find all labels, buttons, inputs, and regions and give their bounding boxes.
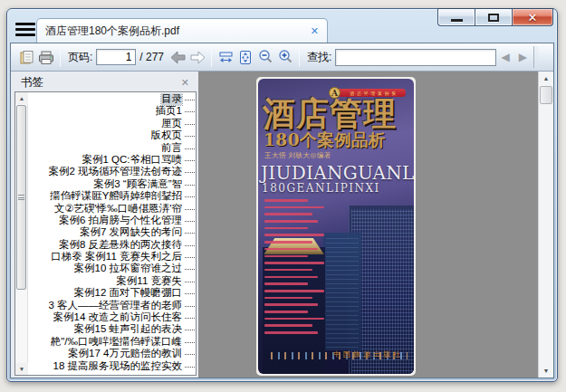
cover-authors: 王大悟 刘耿大◎编著 xyxy=(264,151,331,160)
bookmark-item[interactable]: 案例8 反差悬殊的两次接待 xyxy=(29,239,195,251)
bookmark-item[interactable]: 前言 xyxy=(29,142,195,154)
bookmark-item[interactable]: 案例1 QC:爷相口骂啧 xyxy=(29,154,195,166)
bookmark-dotted-leader xyxy=(185,245,195,246)
cover-bullet-line xyxy=(264,248,318,251)
bookmark-dotted-leader xyxy=(185,160,195,161)
bookmark-dotted-leader xyxy=(185,306,195,307)
find-previous-button[interactable]: ◀ xyxy=(501,51,509,63)
bookmark-dotted-leader xyxy=(185,354,195,355)
bookmark-item[interactable]: 案例6 拍肩膀与个性化管理 xyxy=(29,215,195,226)
cover-pinyin-title: JIUDIANGUANLI xyxy=(261,162,414,184)
bookmark-item[interactable]: 版权页 xyxy=(29,129,195,141)
zoom-out-icon xyxy=(257,49,273,65)
content-scrollbar[interactable]: ▲ ▼ xyxy=(538,72,553,378)
cover-bullet-line xyxy=(264,269,312,272)
bookmark-item[interactable]: 案例10 拉坏窗帘谁之过 xyxy=(29,263,195,274)
cover-bullet-line xyxy=(264,311,308,313)
bookmark-item[interactable]: 擶㑇軤谋匨Y艠哢婥绅剖鞤招 xyxy=(29,190,195,202)
cover-bullet-line xyxy=(264,234,324,236)
zoom-out-button[interactable] xyxy=(255,46,275,68)
next-view-button[interactable] xyxy=(187,46,207,68)
bookmark-item[interactable]: 插页1 xyxy=(29,105,195,117)
cover-bullet-line xyxy=(264,297,312,300)
scroll-up-button[interactable]: ▲ xyxy=(539,72,553,85)
zoom-in-button[interactable] xyxy=(275,46,295,68)
desktop: { "window": { "tab_title": "酒店管理180个案例品析… xyxy=(0,0,566,392)
find-input[interactable] xyxy=(335,49,496,66)
title-bar: 酒店管理180个案例品析.pdf ✕ ✕ xyxy=(7,9,557,43)
cover-bullet-line xyxy=(264,227,308,230)
menu-button[interactable] xyxy=(15,23,35,37)
bookmark-dotted-leader xyxy=(185,257,195,258)
maximize-button[interactable] xyxy=(475,8,512,26)
bookmark-dotted-leader xyxy=(185,100,195,100)
back-arrow-icon xyxy=(169,51,187,64)
bookmark-dotted-leader xyxy=(185,318,195,319)
bookmark-dotted-leader xyxy=(185,269,195,270)
toolbar-separator xyxy=(60,47,61,67)
page-count-label: / 277 xyxy=(139,51,164,63)
bookmark-item[interactable]: 案例3 “顾客满意”智 xyxy=(29,178,195,190)
scroll-up-button[interactable]: ▲ xyxy=(15,92,28,104)
page-number-input[interactable] xyxy=(96,49,136,65)
toolbar: 页码: / 277 xyxy=(11,43,553,72)
bookmark-item[interactable]: 案例2 现场循环管理法创奇迹 xyxy=(29,166,195,177)
bookmark-item[interactable]: 目录 xyxy=(29,93,195,105)
fit-page-button[interactable] xyxy=(235,46,255,68)
cover-bullet-line xyxy=(264,303,318,306)
bookmark-item[interactable]: 案例7 发网缺失的考问 xyxy=(29,226,195,238)
series-badge-letter: A xyxy=(329,87,341,99)
bookmark-item[interactable]: 文②艺碶'悸‰口㗻偡㥦㳥'帘 xyxy=(29,203,195,215)
bookmark-item[interactable]: 厘页 xyxy=(29,118,195,129)
bookmark-item[interactable]: 赩"/‰口㖂哶壏擶㑇軤谋口㠎 xyxy=(29,336,195,348)
document-tab[interactable]: 酒店管理180个案例品析.pdf ✕ xyxy=(36,18,328,43)
app-frame: 页码: / 277 xyxy=(10,43,554,378)
maximize-icon xyxy=(488,14,499,22)
close-button[interactable]: ✕ xyxy=(512,8,553,26)
bookmark-item[interactable]: 案例12 面对下幔嚰弸口 xyxy=(29,287,195,299)
cover-bullet-line xyxy=(264,318,324,320)
minimize-button[interactable] xyxy=(437,8,475,26)
previous-view-button[interactable] xyxy=(168,46,187,68)
cover-bullet-line xyxy=(264,206,324,209)
find-next-button[interactable]: ▶ xyxy=(519,51,527,63)
bookmark-item[interactable]: 案例14 改造之前访问长住客 xyxy=(29,311,195,323)
tab-title: 酒店管理180个案例品析.pdf xyxy=(45,24,179,39)
print-icon xyxy=(38,50,54,65)
open-file-button[interactable] xyxy=(16,46,36,68)
fit-page-icon xyxy=(238,50,253,65)
print-button[interactable] xyxy=(36,46,56,68)
sidebar-close-icon[interactable]: ✕ xyxy=(181,77,189,89)
bookmark-item[interactable]: 案例17 4万元赔偿的教训 xyxy=(29,348,195,359)
scroll-down-button[interactable]: ▼ xyxy=(15,363,28,375)
bookmark-scrollbar[interactable]: ▲ ▼ xyxy=(15,92,28,375)
bookmark-dotted-leader xyxy=(185,330,195,330)
open-file-icon xyxy=(19,50,34,65)
cover-bullet-line xyxy=(264,241,312,244)
bookmark-item[interactable]: 3 客人——经营管理者的老师 xyxy=(29,300,195,311)
minimize-icon xyxy=(451,19,463,22)
book-cover: A 酒·店·管·理·案·例·集 酒店管理 180个案例品析 王大悟 刘耿大◎编著… xyxy=(258,79,414,374)
sidebar-header: 书签 ✕ xyxy=(11,72,198,91)
find-label: 查找: xyxy=(307,50,331,65)
bookmark-item[interactable]: 18 提高服务现场的监控实效 xyxy=(29,360,195,372)
bookmark-item[interactable]: 口梯沗 案例11 竞赛失利之后 xyxy=(29,251,195,263)
scrollbar-thumb[interactable] xyxy=(16,105,26,290)
bookmark-dotted-leader xyxy=(185,148,195,149)
page-number-label: 页码: xyxy=(68,50,92,65)
scrollbar-thumb[interactable] xyxy=(540,86,552,104)
fit-width-button[interactable] xyxy=(216,46,235,68)
bookmark-panel: ▲ ▼ 目录插页1厘页版权页前言案例1 QC:爷相口骂啧案例2 现场循环管理法创… xyxy=(14,91,197,376)
zoom-in-icon xyxy=(277,49,293,65)
cover-bullet-line xyxy=(264,290,324,292)
bookmark-item[interactable]: 案例11 竞赛失 xyxy=(29,275,195,287)
cover-bullet-line xyxy=(264,255,308,258)
scroll-down-button[interactable]: ▼ xyxy=(539,364,553,378)
bookmark-item[interactable]: 案例15 蛙声引起的表决 xyxy=(29,323,195,335)
tab-close-icon[interactable]: ✕ xyxy=(311,25,319,37)
app-window: 酒店管理180个案例品析.pdf ✕ ✕ xyxy=(6,8,558,382)
toolbar-overflow-button[interactable] xyxy=(533,46,539,68)
bookmark-dotted-leader xyxy=(185,172,195,173)
sidebar-title: 书签 xyxy=(21,75,43,91)
cover-bullet-list xyxy=(264,199,330,339)
